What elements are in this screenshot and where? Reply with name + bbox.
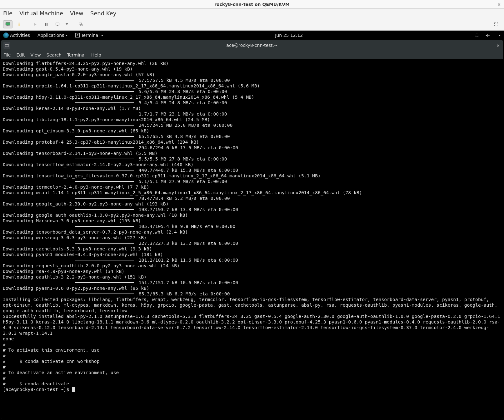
progress-bar xyxy=(75,198,134,199)
terminal-line: Downloading gast-0.5.4-py3-none-any.whl … xyxy=(3,66,501,72)
terminal-line: # $ conda deactivate xyxy=(3,381,501,387)
applications-label: Applications xyxy=(37,33,64,38)
snapshot-icon xyxy=(78,22,83,27)
prompt-line[interactable]: [ace@rocky8-cnn-test ~]$ xyxy=(3,387,501,392)
terminal-line: Downloading opt_einsum-3.3.0-py3-none-an… xyxy=(3,128,501,134)
terminal-line: 5.1/5.1 MB 27.9 MB/s eta 0:00:00 xyxy=(3,179,501,184)
terminal-line: Downloading google_auth-2.30.0-py2.py3-n… xyxy=(3,201,501,207)
clock[interactable]: Jun 25 12:12 xyxy=(275,33,303,38)
pause-button[interactable] xyxy=(42,20,51,28)
svg-marker-14 xyxy=(486,34,488,37)
term-menu-file[interactable]: File xyxy=(3,52,11,57)
chevron-down-icon xyxy=(498,35,501,36)
network-icon[interactable] xyxy=(475,33,480,38)
toolbar-separator xyxy=(73,21,73,28)
shutdown-button[interactable] xyxy=(53,20,62,28)
toolbar-separator xyxy=(27,21,27,28)
progress-bar xyxy=(75,294,134,294)
terminal-line: Downloading werkzeug-3.0.3-py3-none-any.… xyxy=(3,235,501,240)
svg-rect-18 xyxy=(5,44,9,45)
applications-menu[interactable]: Applications xyxy=(37,33,68,38)
svg-rect-5 xyxy=(45,23,46,26)
progress-bar xyxy=(75,209,134,210)
terminal-title: ace@rocky8-cnn-test:~ xyxy=(226,43,277,48)
menu-send-key[interactable]: Send Key xyxy=(90,10,117,17)
progress-stats: 151.7/151.7 kB 10.6 MB/s eta 0:00:00 xyxy=(136,280,238,285)
menu-file[interactable]: File xyxy=(3,10,12,17)
svg-point-12 xyxy=(478,36,478,37)
terminal-line: Downloading tensorflow_io_gcs_filesystem… xyxy=(3,173,501,179)
guest-display[interactable]: Activities Applications Terminal Jun 25 … xyxy=(0,31,504,420)
terminal-line: Downloading tensorboard-2.14.1-py3-none-… xyxy=(3,151,501,156)
terminal-content[interactable]: Downloading flatbuffers-24.3.25-py2.py3-… xyxy=(1,59,503,419)
terminal-line: Downloading keras-2.14.0-py3-none-any.wh… xyxy=(3,106,501,111)
chevron-down-icon xyxy=(101,35,103,36)
terminal-line: 85.3/85.3 kB 6.2 MB/s eta 0:00:00 xyxy=(3,291,501,297)
term-menu-view[interactable]: View xyxy=(31,52,41,57)
term-menu-help[interactable]: Help xyxy=(91,52,101,57)
power-menu[interactable] xyxy=(496,33,501,38)
term-menu-edit[interactable]: Edit xyxy=(16,52,25,57)
close-icon[interactable]: × xyxy=(497,2,501,7)
info-icon xyxy=(17,22,22,27)
menu-view[interactable]: View xyxy=(70,10,83,17)
terminal-line: Downloading Markdown-3.6-py3-none-any.wh… xyxy=(3,218,501,224)
vm-window-titlebar: rocky8-cnn-test on QEMU/KVM × xyxy=(0,0,504,9)
terminal-menubar: File Edit View Search Terminal Help xyxy=(1,51,503,59)
terminal-line: 5.6/5.6 MB 24.3 MB/s eta 0:00:00 xyxy=(3,89,501,94)
console-view-button[interactable] xyxy=(3,20,12,28)
terminal-line: # $ conda activate cnn_workshop xyxy=(3,358,501,364)
fullscreen-button[interactable] xyxy=(492,20,501,28)
terminal-line: Downloading pyasn1_modules-0.4.0-py3-non… xyxy=(3,252,501,257)
progress-stats: 181.2/181.2 kB 11.6 MB/s eta 0:00:00 xyxy=(136,257,238,263)
terminal-titlebar[interactable]: ace@rocky8-cnn-test:~ ✕ xyxy=(1,40,503,51)
terminal-line: 294.6/294.6 kB 17.6 MB/s eta 0:00:00 xyxy=(3,145,501,151)
terminal-line: 65.5/65.5 kB 4.8 MB/s eta 0:00:00 xyxy=(3,134,501,139)
close-icon[interactable]: ✕ xyxy=(496,43,500,48)
progress-stats: 440.7/440.7 kB 15.8 MB/s eta 0:00:00 xyxy=(136,167,238,173)
progress-bar xyxy=(75,102,134,103)
progress-bar xyxy=(75,170,134,170)
terminal-line: 227.3/227.3 kB 13.2 MB/s eta 0:00:00 xyxy=(3,240,501,246)
shutdown-icon xyxy=(55,22,60,27)
progress-bar xyxy=(75,147,134,148)
progress-stats: 5.1/5.1 MB 27.9 MB/s eta 0:00:00 xyxy=(136,179,227,184)
progress-stats: 294.6/294.6 kB 17.6 MB/s eta 0:00:00 xyxy=(136,145,238,151)
progress-stats: 105.4/105.4 kB 9.8 MB/s eta 0:00:00 xyxy=(136,224,235,229)
terminal-line: # xyxy=(3,375,501,381)
terminal-line: # xyxy=(3,353,501,358)
term-menu-terminal[interactable]: Terminal xyxy=(67,52,86,57)
progress-bar xyxy=(75,243,134,244)
progress-stats: 57.5/57.5 kB 4.5 MB/s eta 0:00:00 xyxy=(136,77,230,83)
vm-menubar: File Virtual Machine View Send Key xyxy=(0,9,504,18)
play-icon xyxy=(33,22,37,27)
play-button[interactable] xyxy=(30,20,40,28)
details-view-button[interactable] xyxy=(14,20,24,28)
shutdown-dropdown[interactable] xyxy=(64,20,70,28)
progress-bar xyxy=(75,91,134,92)
terminal-line: 181.2/181.2 kB 11.6 MB/s eta 0:00:00 xyxy=(3,257,501,263)
window-indicator[interactable]: Terminal xyxy=(75,33,103,38)
progress-stats: 193.7/193.7 kB 13.8 MB/s eta 0:00:00 xyxy=(136,207,238,212)
terminal-line: 440.7/440.7 kB 15.8 MB/s eta 0:00:00 xyxy=(3,167,501,173)
fullscreen-icon xyxy=(494,22,499,27)
terminal-line: 105.4/105.4 kB 9.8 MB/s eta 0:00:00 xyxy=(3,224,501,229)
activities-button[interactable]: Activities xyxy=(3,32,30,38)
progress-bar xyxy=(75,125,134,126)
new-tab-button[interactable] xyxy=(3,42,10,49)
progress-stats: 5.4/5.4 MB 24.8 MB/s eta 0:00:00 xyxy=(136,100,227,106)
menu-virtual-machine[interactable]: Virtual Machine xyxy=(19,10,63,17)
terminal-label: Terminal xyxy=(81,33,99,38)
snapshots-button[interactable] xyxy=(76,20,86,28)
terminal-line: 5.5/5.5 MB 27.8 MB/s eta 0:00:00 xyxy=(3,156,501,162)
vm-window-title: rocky8-cnn-test on QEMU/KVM xyxy=(214,2,290,7)
term-menu-search[interactable]: Search xyxy=(47,52,62,57)
terminal-line: # xyxy=(3,364,501,370)
progress-stats: 24.5/24.5 MB 25.0 MB/s eta 0:00:00 xyxy=(136,122,233,128)
volume-icon[interactable] xyxy=(485,33,490,38)
progress-stats: 85.3/85.3 kB 6.2 MB/s eta 0:00:00 xyxy=(136,291,230,297)
chevron-down-icon xyxy=(65,35,68,36)
progress-stats: 227.3/227.3 kB 13.2 MB/s eta 0:00:00 xyxy=(136,240,238,246)
terminal-line: Downloading rsa-4.9-py3-none-any.whl (34… xyxy=(3,269,501,274)
shell-prompt: [ace@rocky8-cnn-test ~]$ xyxy=(3,387,72,392)
